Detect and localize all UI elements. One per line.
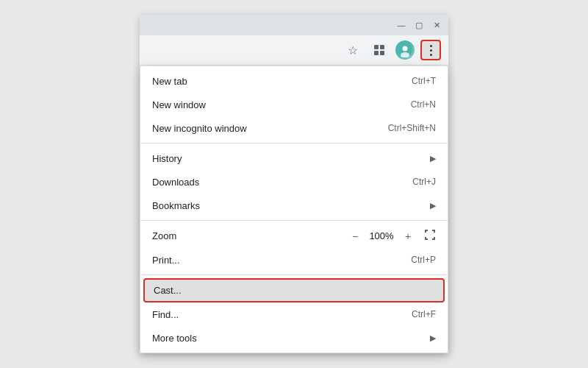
downloads-label: Downloads [152, 177, 383, 188]
menu-item-new-incognito[interactable]: New incognito window Ctrl+Shift+N [140, 116, 448, 140]
zoom-value: 100% [368, 230, 395, 241]
print-label: Print... [152, 255, 381, 266]
fullscreen-icon[interactable] [424, 229, 436, 243]
svg-rect-1 [380, 45, 384, 49]
bookmarks-arrow-icon: ▶ [430, 201, 436, 210]
menu-item-find[interactable]: Find... Ctrl+F [140, 302, 448, 326]
new-window-label: New window [152, 99, 381, 110]
menu-item-bookmarks[interactable]: Bookmarks ▶ [140, 194, 448, 217]
chrome-dropdown-menu: New tab Ctrl+T New window Ctrl+N New inc… [140, 66, 448, 353]
close-button[interactable]: ✕ [431, 19, 442, 31]
new-tab-label: New tab [152, 76, 382, 87]
print-shortcut: Ctrl+P [411, 255, 436, 265]
minimize-button[interactable]: — [395, 19, 407, 31]
zoom-row: Zoom − 100% + [140, 224, 448, 248]
history-label: History [152, 153, 424, 164]
new-window-shortcut: Ctrl+N [411, 99, 436, 110]
browser-window: — ▢ ✕ ☆ [140, 15, 448, 353]
cast-label: Cast... [154, 285, 434, 296]
find-shortcut: Ctrl+F [412, 309, 436, 319]
menu-section-new: New tab Ctrl+T New window Ctrl+N New inc… [140, 66, 448, 144]
menu-item-more-tools[interactable]: More tools ▶ [140, 326, 448, 350]
extensions-icon[interactable] [369, 40, 390, 60]
menu-section-tools: Cast... Find... Ctrl+F More tools ▶ [140, 275, 448, 353]
chrome-menu-button[interactable] [420, 40, 441, 60]
menu-item-new-tab[interactable]: New tab Ctrl+T [140, 69, 448, 93]
title-bar: — ▢ ✕ [140, 15, 448, 35]
svg-point-5 [403, 46, 408, 52]
new-incognito-label: New incognito window [152, 123, 359, 134]
menu-section-zoom: Zoom − 100% + Print... Ctrl+P [140, 221, 448, 275]
restore-button[interactable]: ▢ [413, 19, 425, 31]
menu-section-nav: History ▶ Downloads Ctrl+J Bookmarks ▶ [140, 144, 448, 221]
menu-item-cast[interactable]: Cast... [143, 278, 445, 302]
svg-rect-0 [374, 45, 379, 49]
menu-item-print[interactable]: Print... Ctrl+P [140, 248, 448, 272]
new-tab-shortcut: Ctrl+T [412, 76, 436, 86]
menu-item-new-window[interactable]: New window Ctrl+N [140, 93, 448, 116]
menu-item-downloads[interactable]: Downloads Ctrl+J [140, 170, 448, 194]
history-arrow-icon: ▶ [430, 154, 436, 163]
bookmarks-label: Bookmarks [152, 200, 424, 211]
new-incognito-shortcut: Ctrl+Shift+N [388, 123, 436, 133]
three-dots-icon [430, 45, 432, 56]
browser-toolbar: ☆ [140, 35, 448, 66]
more-tools-arrow-icon: ▶ [430, 333, 436, 343]
profile-avatar[interactable] [395, 40, 415, 60]
find-label: Find... [152, 309, 382, 320]
svg-rect-3 [380, 51, 384, 55]
menu-item-history[interactable]: History ▶ [140, 146, 448, 170]
svg-rect-2 [374, 51, 379, 55]
more-tools-label: More tools [152, 333, 424, 344]
zoom-in-button[interactable]: + [401, 230, 415, 242]
downloads-shortcut: Ctrl+J [412, 177, 436, 187]
bookmark-star-icon[interactable]: ☆ [343, 40, 363, 60]
zoom-label: Zoom [152, 230, 342, 241]
zoom-out-button[interactable]: − [348, 230, 362, 242]
